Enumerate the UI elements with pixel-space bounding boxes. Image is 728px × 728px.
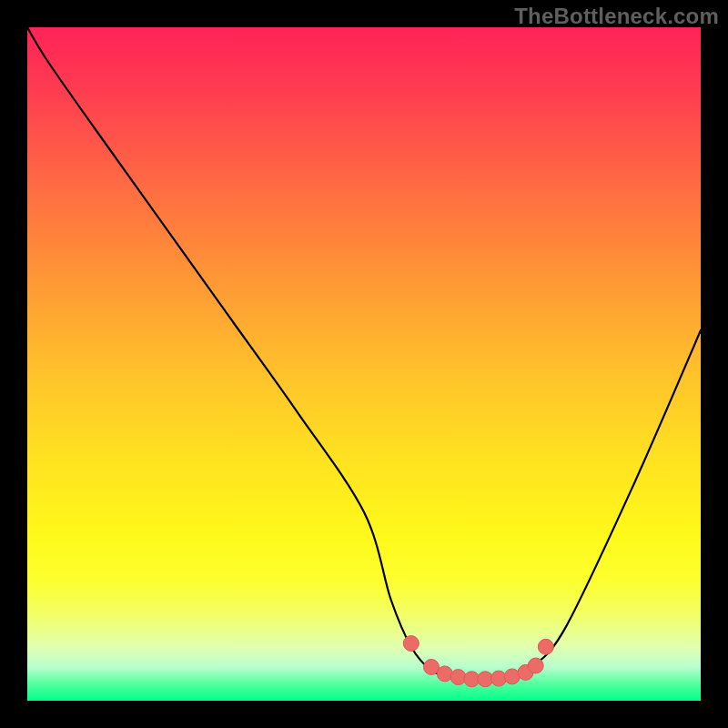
marker-dot — [528, 658, 543, 673]
chart-container: TheBottleneck.com — [0, 0, 728, 728]
marker-dot — [403, 636, 419, 652]
marker-dot — [538, 639, 553, 654]
curve-svg — [27, 27, 701, 701]
bottleneck-curve-path — [27, 27, 701, 680]
plot-area — [27, 27, 701, 701]
marker-dot — [437, 666, 452, 682]
marker-dot — [491, 671, 507, 686]
marker-dot — [450, 670, 466, 685]
watermark-text: TheBottleneck.com — [514, 4, 719, 29]
marker-group — [403, 636, 553, 687]
